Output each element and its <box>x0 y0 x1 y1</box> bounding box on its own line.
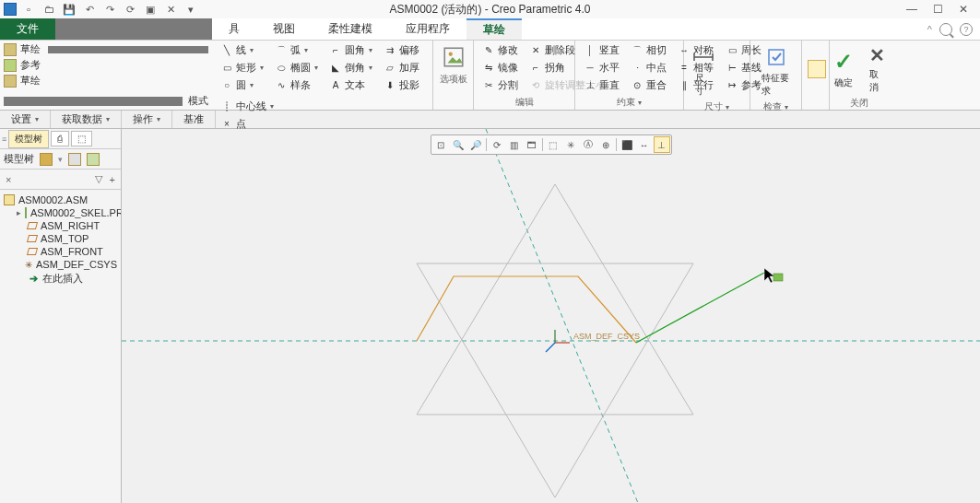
group-label-dim: 尺寸 ▾ <box>690 99 744 112</box>
save-icon[interactable]: 💾 <box>63 3 76 16</box>
view-manager-icon[interactable]: ⬚ <box>545 136 561 153</box>
filter-x-icon[interactable]: × <box>6 174 11 185</box>
tab-tool[interactable]: 具 <box>212 18 256 40</box>
tree-show-icon[interactable] <box>87 153 100 166</box>
feature-req-button[interactable]: 特征要求 <box>756 42 796 99</box>
qat-dropdown-icon[interactable]: ▾ <box>184 3 197 16</box>
rect-button[interactable]: ▭矩形▾ <box>218 60 266 76</box>
tangent-button[interactable]: ⌒相切 <box>628 42 669 58</box>
line-button[interactable]: ╲线▾ <box>218 42 266 58</box>
tab-spacer <box>55 18 212 40</box>
tree-tab-3[interactable]: ⬚ <box>71 131 92 146</box>
subtab-getdata[interactable]: 获取数据▾ <box>51 111 122 128</box>
sketch-view-icon[interactable]: ⬛ <box>619 136 635 153</box>
open-icon[interactable]: 🗀 <box>42 3 55 16</box>
tree-tab-model[interactable]: 模型树 <box>8 130 49 148</box>
close-button[interactable]: ✕ <box>956 3 971 16</box>
undo-icon[interactable]: ↶ <box>83 3 96 16</box>
mode-label: 模式 <box>188 94 208 108</box>
tab-flex[interactable]: 柔性建模 <box>312 18 389 40</box>
subtab-datum[interactable]: 基准 <box>172 111 216 128</box>
ellipse-button[interactable]: ⬭椭圆▾ <box>272 60 321 76</box>
tab-view[interactable]: 视图 <box>256 18 312 40</box>
coincident-button[interactable]: ⊙重合 <box>628 77 669 93</box>
spline-button[interactable]: ∿样条 <box>272 77 321 93</box>
disp-constraints-icon[interactable]: ⊥ <box>654 136 670 153</box>
chamfer-button[interactable]: ◣倒角▾ <box>326 60 375 76</box>
tab-file[interactable]: 文件 <box>0 18 55 40</box>
maximize-button[interactable]: ☐ <box>930 3 945 16</box>
thicken-button[interactable]: ▱加厚 <box>381 60 422 76</box>
text-icon: A <box>329 79 342 92</box>
tree-right[interactable]: ASM_RIGHT <box>15 219 119 232</box>
expander-icon[interactable]: ▸ <box>17 208 21 217</box>
fillet-button[interactable]: ⌐圆角▾ <box>326 42 375 58</box>
dimension-button[interactable]: 尺寸 <box>690 42 717 99</box>
offset-button[interactable]: ⇉偏移 <box>381 42 422 58</box>
ellipse-icon: ⬭ <box>275 62 288 75</box>
ref-icon <box>4 59 17 72</box>
refit-icon[interactable]: ⊡ <box>432 136 449 153</box>
ok-button[interactable]: ✓确定 <box>829 47 858 91</box>
sketch-canvas[interactable]: ASM_DEF_CSYS ⊡ 🔍 🔎 ⟳ ▥ 🗔 ⬚ ✳ Ⓐ ⊕ ⬛ ↔ ⊥ <box>122 129 980 503</box>
datum-disp-icon[interactable]: ✳ <box>562 136 579 153</box>
ribbon-collapse-icon[interactable]: ^ <box>927 24 932 35</box>
tab-sketch[interactable]: 草绘 <box>466 18 522 40</box>
divide-button[interactable]: ✂分割 <box>479 77 521 93</box>
circle-button[interactable]: ○圆▾ <box>218 77 266 93</box>
display-style-icon[interactable]: ▥ <box>506 136 523 153</box>
zoom-out-icon[interactable]: 🔎 <box>467 136 484 153</box>
modify-icon: ✎ <box>482 44 495 57</box>
centerline-button[interactable]: ┊中心线▾ <box>218 99 277 114</box>
midpoint-button[interactable]: ⋅中点 <box>628 60 669 76</box>
check-icon: ✓ <box>834 49 853 75</box>
chamfer-icon: ◣ <box>329 62 342 75</box>
vertical-button[interactable]: │竖直 <box>581 42 622 58</box>
tree-collapse-icon[interactable]: ≡ <box>2 135 6 144</box>
saved-views-icon[interactable]: 🗔 <box>524 136 540 153</box>
redo-icon[interactable]: ↷ <box>103 3 116 16</box>
tree-dd-icon[interactable]: ▾ <box>58 155 63 164</box>
spin-center-icon[interactable]: ⊕ <box>597 136 614 153</box>
search-icon[interactable] <box>939 23 952 36</box>
circle-icon: ○ <box>220 79 233 92</box>
palette-icon <box>441 44 466 70</box>
tree-skel[interactable]: ▸ASM0002_SKEL.PRT <box>15 206 119 219</box>
help-icon[interactable]: ? <box>960 23 973 36</box>
tree-root[interactable]: ASM0002.ASM <box>2 193 119 206</box>
tab-app[interactable]: 应用程序 <box>389 18 466 40</box>
regen-icon[interactable]: ⟳ <box>124 3 136 16</box>
tree-settings-icon[interactable] <box>68 153 81 166</box>
svg-point-1 <box>448 53 452 56</box>
tree-csys[interactable]: ✳ASM_DEF_CSYS <box>15 258 119 271</box>
new-icon[interactable]: ▫ <box>22 3 35 16</box>
tree-tab-2[interactable]: ⎙ <box>51 131 69 146</box>
close-win-icon[interactable]: ✕ <box>164 3 177 16</box>
arc-button[interactable]: ⌒弧▾ <box>272 42 321 58</box>
tree-insert[interactable]: ➔在此插入 <box>15 271 119 287</box>
filter-funnel-icon[interactable]: ▽ <box>95 173 102 185</box>
perpendicular-button[interactable]: ⊥垂直 <box>581 77 622 93</box>
disp-dims-icon[interactable]: ↔ <box>636 136 653 153</box>
project-button[interactable]: ⬇投影 <box>381 77 422 93</box>
refdim-icon: ↦ <box>726 79 738 92</box>
palette-button[interactable] <box>439 42 467 72</box>
mirror-button[interactable]: ⇋镜像 <box>479 60 521 76</box>
subtab-settings[interactable]: 设置▾ <box>0 111 51 128</box>
annot-disp-icon[interactable]: Ⓐ <box>580 136 596 153</box>
baseline-icon: ⊢ <box>726 62 738 75</box>
horizontal-button[interactable]: ─水平 <box>581 60 622 76</box>
minimize-button[interactable]: — <box>904 3 919 16</box>
windows-icon[interactable]: ▣ <box>144 3 157 16</box>
cancel-button[interactable]: ✕取消 <box>864 42 891 96</box>
tree-top[interactable]: ASM_TOP <box>15 232 119 245</box>
filter-plus-icon[interactable]: + <box>110 174 115 185</box>
text-button[interactable]: A文本 <box>326 77 375 93</box>
modify-button[interactable]: ✎修改 <box>479 42 521 58</box>
subtab-operate[interactable]: 操作▾ <box>122 111 172 128</box>
zoom-in-icon[interactable]: 🔍 <box>450 136 466 153</box>
tree-front[interactable]: ASM_FRONT <box>15 245 119 258</box>
tree-filter-icon[interactable] <box>40 153 53 166</box>
midpoint-icon: ⋅ <box>631 62 643 75</box>
repaint-icon[interactable]: ⟳ <box>489 136 505 153</box>
